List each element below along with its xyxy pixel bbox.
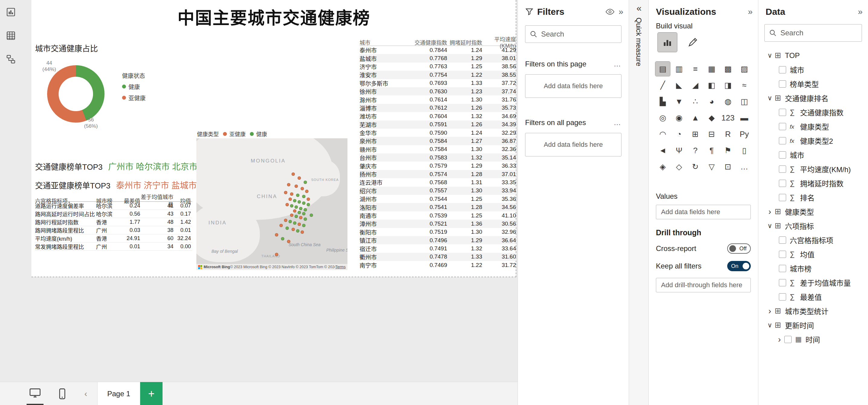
field-tree-row[interactable]: 更新时间 [761,318,866,332]
field-checkbox[interactable] [779,151,786,159]
table-row[interactable]: 宿迁市 0.7491 1.32 33.64 [360,244,516,252]
field-checkbox[interactable] [779,109,786,116]
field-tree-row[interactable]: 交通健康指数 [761,105,866,119]
city-data-point[interactable] [304,217,307,221]
page-filters-dropzone[interactable]: Add data fields here [525,74,621,98]
city-data-point[interactable] [287,240,290,243]
r-script-icon[interactable]: R [720,127,735,141]
decomposition-tree-icon[interactable]: Ψ [672,143,686,158]
city-data-point[interactable] [304,208,307,211]
ribbon-chart-icon[interactable]: ≈ [737,78,752,92]
arcgis-map-icon[interactable]: ◈ [655,159,670,174]
stacked-area-chart-icon[interactable]: ◢ [688,78,703,92]
metrics-icon[interactable]: ⚑ [720,143,735,158]
table-row[interactable]: 金华市 0.7590 1.24 32.29 [360,129,516,137]
field-tree-row[interactable]: 差于均值城市量 [761,275,866,290]
table-row[interactable]: 泰州市 0.7844 1.24 41.29 [360,46,516,54]
filled-map-icon[interactable]: ◉ [672,111,686,125]
shape-map-icon[interactable]: ◆ [704,111,719,125]
waterfall-chart-icon[interactable]: ▙ [655,94,670,109]
field-checkbox[interactable] [779,80,786,88]
map-icon[interactable]: ◎ [655,111,670,125]
field-checkbox[interactable] [784,336,792,343]
field-checkbox[interactable] [779,279,786,286]
city-data-point[interactable] [288,220,292,223]
city-data-point[interactable] [294,215,298,218]
pie-chart-icon[interactable]: ◕ [704,94,719,109]
values-field-well[interactable]: Add data fields here [656,205,751,219]
table-row[interactable]: 芜湖市 0.7591 1.26 34.39 [360,121,516,129]
table-row[interactable]: 泉州市 0.7584 1.27 36.87 [360,137,516,145]
city-data-point[interactable] [299,216,303,219]
table-row[interactable]: 南宁市 0.7469 1.22 31.72 [360,261,516,269]
field-checkbox[interactable] [779,265,786,272]
city-data-point[interactable] [285,226,289,230]
field-tree-row[interactable]: 平均速度(KM/h) [761,162,866,176]
field-checkbox[interactable] [779,293,786,301]
field-tree-row[interactable]: 榜单类型 [761,77,866,91]
small-multiples-icon[interactable]: ⊡ [720,159,735,174]
previous-page-chevron[interactable]: ‹ [78,382,94,405]
city-data-point[interactable] [298,223,301,226]
expand-pane-icon[interactable]: « [629,3,649,13]
filters-search-box[interactable] [525,25,621,43]
city-data-point[interactable] [298,211,301,214]
data-search-box[interactable] [764,24,862,42]
paginated-report-icon[interactable]: ▯ [737,143,752,158]
data-view-button[interactable] [4,29,18,42]
table-row[interactable]: 扬州市 0.7574 1.28 37.01 [360,170,516,178]
table-row[interactable]: 衡阳市 0.7519 1.30 32.96 [360,228,516,236]
donut-chart[interactable] [47,65,104,123]
table-row[interactable]: 绍兴市 0.7557 1.30 33.94 [360,187,516,195]
table-row[interactable]: 湖州市 0.7544 1.25 35.36 [360,195,516,203]
power-automate-icon[interactable]: ↻ [688,159,703,174]
expand-chevron-icon[interactable] [775,335,784,344]
city-data-point[interactable] [290,192,293,196]
city-data-point[interactable] [284,219,287,222]
collapse-pane-icon[interactable]: » [748,7,752,17]
new-page-button[interactable]: + [140,382,162,405]
gauge-icon[interactable]: ◠ [655,127,670,141]
line-chart-icon[interactable]: ╱ [655,78,670,92]
top3-text-visual[interactable]: 交通健康榜单TOP3 广州市 哈尔滨市 北京市 交通亚健康榜单TOP3 泰州市 … [35,160,197,197]
field-checkbox[interactable] [779,123,786,130]
quick-measure-collapsed-pane[interactable]: « Quick measure [629,0,649,405]
collapse-pane-icon[interactable]: » [858,7,863,17]
mobile-view-button[interactable] [54,382,71,405]
table-row[interactable]: 漳州市 0.7521 1.36 30.56 [360,220,516,228]
legend-item[interactable]: 亚健康 [122,94,146,102]
clustered-bar-chart-icon[interactable]: ≡ [688,62,703,76]
field-tree-row[interactable]: 城市 [761,63,866,77]
stacked-column-chart-icon[interactable]: ▥ [672,62,686,76]
field-checkbox[interactable] [779,237,786,244]
legend-item[interactable]: 亚健康 [223,130,246,138]
legend-item[interactable]: 健康 [250,130,267,138]
city-data-point[interactable] [298,200,301,204]
table-row[interactable]: 平均速度(km/h) 香港 24.91 60 32.24 [35,235,192,243]
get-more-visuals-icon[interactable]: … [737,159,752,174]
ranking-table[interactable]: 城市 交通健康指数 拥堵延时指数 平均速度(KM/h) 泰州市 0.7844 1… [360,35,516,270]
table-row[interactable]: 潍坊市 0.7604 1.32 34.69 [360,112,516,120]
table-row[interactable]: 连云港市 0.7568 1.31 33.35 [360,178,516,186]
line-and-clustered-column-chart-icon[interactable]: ◨ [720,78,735,92]
cross-report-toggle[interactable]: Off [727,243,751,254]
field-tree-row[interactable]: 城市类型统计 [761,304,866,318]
city-data-point[interactable] [293,221,297,225]
table-row[interactable]: 路网拥堵路段里程比 广州 0.03 38 0.01 [35,226,192,235]
field-checkbox[interactable] [779,137,786,144]
table-row[interactable]: 淄博市 0.7612 1.26 35.73 [360,104,516,112]
table-row[interactable]: 盐城市 0.7768 1.29 38.01 [360,54,516,62]
table-row[interactable]: 滁州市 0.7614 1.30 31.76 [360,95,516,103]
matrix-visual-icon[interactable]: ⊟ [704,127,719,141]
100-stacked-bar-chart-icon[interactable]: ▩ [720,62,735,76]
field-tree-row[interactable]: 六项指标 [761,219,866,233]
expand-chevron-icon[interactable] [765,306,775,316]
field-tree-row[interactable]: 健康类型 [761,205,866,219]
kpi-icon[interactable]: ◔ [672,127,686,141]
field-tree-row[interactable]: 均值 [761,247,866,261]
table-row[interactable]: 肇庆市 0.7579 1.29 36.33 [360,162,516,170]
donut-chart-icon[interactable]: ◍ [720,94,735,109]
report-view-button[interactable] [4,5,18,19]
field-tree-row[interactable]: 城市 [761,148,866,162]
qna-visual-icon[interactable]: ? [688,143,703,158]
